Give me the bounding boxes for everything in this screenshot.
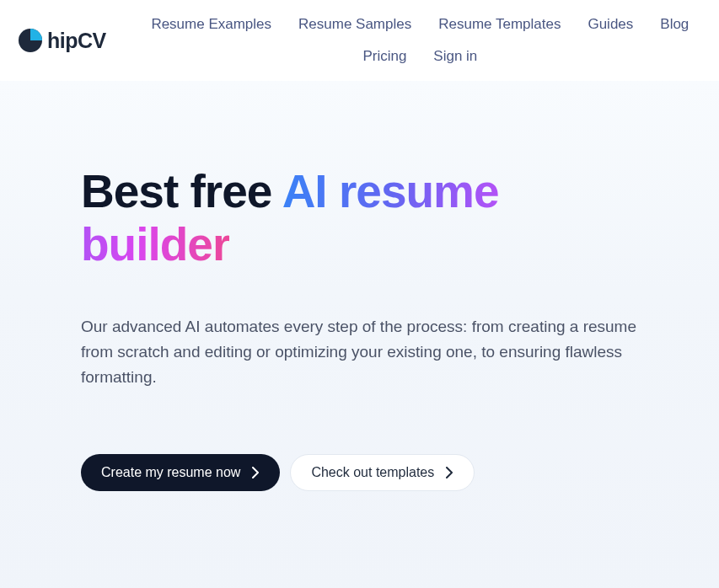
hero-section: Best free AI resume builder Our advanced… — [0, 81, 719, 588]
nav-resume-examples[interactable]: Resume Examples — [151, 16, 271, 33]
nav-links: Resume Examples Resume Samples Resume Te… — [140, 16, 700, 65]
logo-icon — [19, 29, 42, 52]
create-resume-button[interactable]: Create my resume now — [81, 454, 280, 491]
nav-resume-samples[interactable]: Resume Samples — [298, 16, 411, 33]
check-templates-button[interactable]: Check out templates — [290, 454, 475, 491]
nav-sign-in[interactable]: Sign in — [433, 48, 477, 65]
chevron-right-icon — [446, 467, 453, 478]
check-templates-label: Check out templates — [311, 465, 434, 480]
nav-pricing[interactable]: Pricing — [362, 48, 406, 65]
hero-buttons: Create my resume now Check out templates — [81, 454, 638, 491]
nav-row-2: Pricing Sign in — [140, 48, 700, 65]
chevron-right-icon — [252, 467, 260, 478]
create-resume-label: Create my resume now — [101, 465, 240, 480]
logo-text: hipCV — [47, 29, 106, 53]
nav-resume-templates[interactable]: Resume Templates — [438, 16, 561, 33]
logo[interactable]: hipCV — [19, 29, 106, 53]
nav-row-1: Resume Examples Resume Samples Resume Te… — [140, 16, 700, 33]
hero-subtitle: Our advanced AI automates every step of … — [81, 314, 638, 390]
navbar: hipCV Resume Examples Resume Samples Res… — [0, 0, 719, 81]
hero-title-plain: Best free — [81, 165, 282, 217]
nav-blog[interactable]: Blog — [660, 16, 689, 33]
nav-guides[interactable]: Guides — [588, 16, 633, 33]
hero-title: Best free AI resume builder — [81, 165, 638, 272]
